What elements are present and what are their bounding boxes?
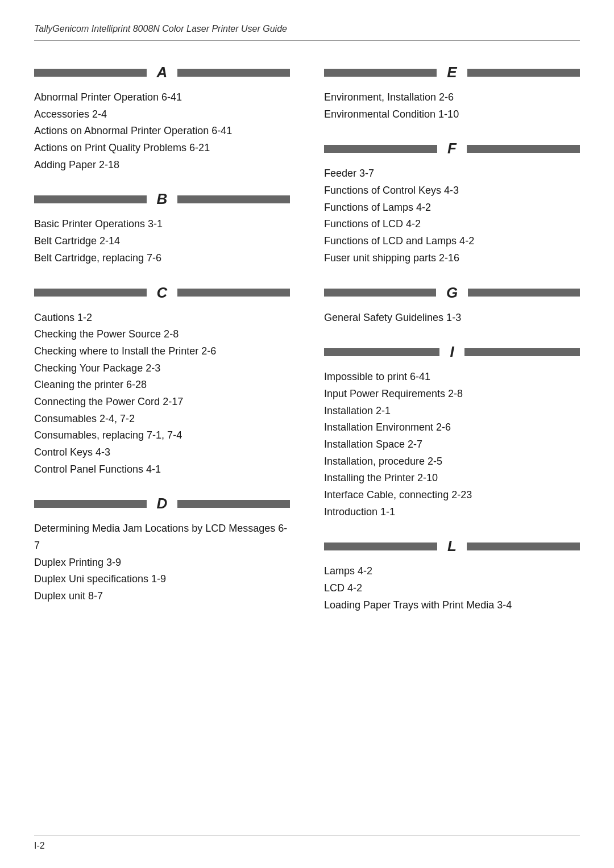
section-a: AAbnormal Printer Operation 6-41Accessor… (34, 64, 290, 173)
section-bar-right (177, 500, 290, 508)
list-item: Installation Environment 2-6 (324, 419, 580, 436)
list-item: Lamps 4-2 (324, 563, 580, 580)
list-item: Environment, Installation 2-6 (324, 89, 580, 106)
section-bar-right (468, 289, 580, 297)
section-f: FFeeder 3-7Functions of Control Keys 4-3… (324, 140, 580, 266)
list-item: Functions of Lamps 4-2 (324, 199, 580, 216)
list-item: Environmental Condition 1-10 (324, 106, 580, 123)
list-item: General Safety Guidelines 1-3 (324, 310, 580, 327)
section-e: EEnvironment, Installation 2-6Environmen… (324, 64, 580, 123)
list-item: Adding Paper 2-18 (34, 157, 290, 174)
section-bar-right (467, 69, 580, 77)
section-letter-a: A (147, 64, 178, 81)
list-item: Functions of LCD 4-2 (324, 216, 580, 233)
page-footer: I-2 (34, 836, 580, 851)
list-item: Basic Printer Operations 3-1 (34, 216, 290, 233)
list-item: Loading Paper Trays with Print Media 3-4 (324, 597, 580, 614)
section-bar-right (177, 195, 290, 203)
list-item: Checking Your Package 2-3 (34, 360, 290, 377)
list-item: Duplex Printing 3-9 (34, 554, 290, 571)
section-bar-left (324, 348, 439, 356)
section-header-i: I (324, 343, 580, 361)
list-item: Abnormal Printer Operation 6-41 (34, 89, 290, 106)
page-number: I-2 (34, 841, 45, 851)
index-entries-i: Impossible to print 6-41Input Power Requ… (324, 369, 580, 520)
list-item: Checking where to Install the Printer 2-… (34, 343, 290, 360)
list-item: Installation 2-1 (324, 403, 580, 420)
list-item: Duplex unit 8-7 (34, 588, 290, 605)
index-entries-l: Lamps 4-2LCD 4-2Loading Paper Trays with… (324, 563, 580, 614)
index-entries-a: Abnormal Printer Operation 6-41Accessori… (34, 89, 290, 173)
section-bar-right (177, 289, 290, 297)
section-bar-left (34, 195, 147, 203)
section-header-d: D (34, 495, 290, 512)
list-item: Installing the Printer 2-10 (324, 470, 580, 487)
list-item: Functions of LCD and Lamps 4-2 (324, 233, 580, 250)
section-letter-g: G (436, 284, 468, 302)
list-item: Control Keys 4-3 (34, 444, 290, 461)
section-bar-right (464, 348, 580, 356)
section-bar-right (177, 69, 290, 77)
page-header: TallyGenicom Intelliprint 8008N Color La… (34, 23, 580, 41)
index-entries-c: Cautions 1-2Checking the Power Source 2-… (34, 310, 290, 478)
section-letter-e: E (437, 64, 467, 81)
right-column: EEnvironment, Installation 2-6Environmen… (324, 64, 580, 631)
list-item: Installation Space 2-7 (324, 436, 580, 453)
section-bar-left (34, 289, 147, 297)
index-entries-f: Feeder 3-7Functions of Control Keys 4-3F… (324, 165, 580, 266)
section-bar-left (324, 542, 437, 550)
list-item: Duplex Uni specifications 1-9 (34, 571, 290, 588)
index-columns: AAbnormal Printer Operation 6-41Accessor… (34, 64, 580, 631)
list-item: Actions on Abnormal Printer Operation 6-… (34, 123, 290, 140)
list-item: Control Panel Functions 4-1 (34, 461, 290, 478)
section-b: BBasic Printer Operations 3-1Belt Cartri… (34, 190, 290, 266)
list-item: Cleaning the printer 6-28 (34, 377, 290, 394)
section-letter-d: D (147, 495, 178, 512)
list-item: Interface Cable, connecting 2-23 (324, 487, 580, 504)
section-letter-b: B (147, 190, 178, 208)
index-entries-d: Determining Media Jam Locations by LCD M… (34, 520, 290, 604)
section-l: LLamps 4-2LCD 4-2Loading Paper Trays wit… (324, 537, 580, 614)
index-entries-g: General Safety Guidelines 1-3 (324, 310, 580, 327)
section-letter-l: L (437, 537, 467, 555)
section-letter-i: I (439, 343, 464, 361)
list-item: Introduction 1-1 (324, 504, 580, 521)
section-bar-left (34, 69, 147, 77)
section-header-a: A (34, 64, 290, 81)
section-c: CCautions 1-2Checking the Power Source 2… (34, 284, 290, 478)
section-bar-left (324, 145, 437, 153)
section-i: IImpossible to print 6-41Input Power Req… (324, 343, 580, 520)
index-entries-e: Environment, Installation 2-6Environment… (324, 89, 580, 123)
section-bar-left (324, 289, 436, 297)
list-item: Input Power Requirements 2-8 (324, 386, 580, 403)
list-item: Belt Cartridge, replacing 7-6 (34, 250, 290, 267)
section-header-b: B (34, 190, 290, 208)
left-column: AAbnormal Printer Operation 6-41Accessor… (34, 64, 290, 631)
list-item: Functions of Control Keys 4-3 (324, 182, 580, 199)
section-d: DDetermining Media Jam Locations by LCD … (34, 495, 290, 604)
section-header-f: F (324, 140, 580, 157)
list-item: Belt Cartridge 2-14 (34, 233, 290, 250)
list-item: Actions on Print Quality Problems 6-21 (34, 140, 290, 157)
list-item: Feeder 3-7 (324, 165, 580, 182)
list-item: Consumables, replacing 7-1, 7-4 (34, 427, 290, 444)
section-g: GGeneral Safety Guidelines 1-3 (324, 284, 580, 327)
list-item: Impossible to print 6-41 (324, 369, 580, 386)
section-header-c: C (34, 284, 290, 302)
section-bar-right (467, 542, 580, 550)
list-item: LCD 4-2 (324, 580, 580, 597)
list-item: Checking the Power Source 2-8 (34, 326, 290, 343)
header-title: TallyGenicom Intelliprint 8008N Color La… (34, 24, 287, 34)
section-bar-left (324, 69, 437, 77)
section-header-e: E (324, 64, 580, 81)
section-header-l: L (324, 537, 580, 555)
index-entries-b: Basic Printer Operations 3-1Belt Cartrid… (34, 216, 290, 266)
section-letter-c: C (147, 284, 178, 302)
list-item: Connecting the Power Cord 2-17 (34, 394, 290, 411)
list-item: Determining Media Jam Locations by LCD M… (34, 520, 290, 554)
page: TallyGenicom Intelliprint 8008N Color La… (0, 0, 614, 868)
list-item: Accessories 2-4 (34, 106, 290, 123)
list-item: Consumables 2-4, 7-2 (34, 411, 290, 428)
section-bar-left (34, 500, 147, 508)
section-bar-right (467, 145, 580, 153)
